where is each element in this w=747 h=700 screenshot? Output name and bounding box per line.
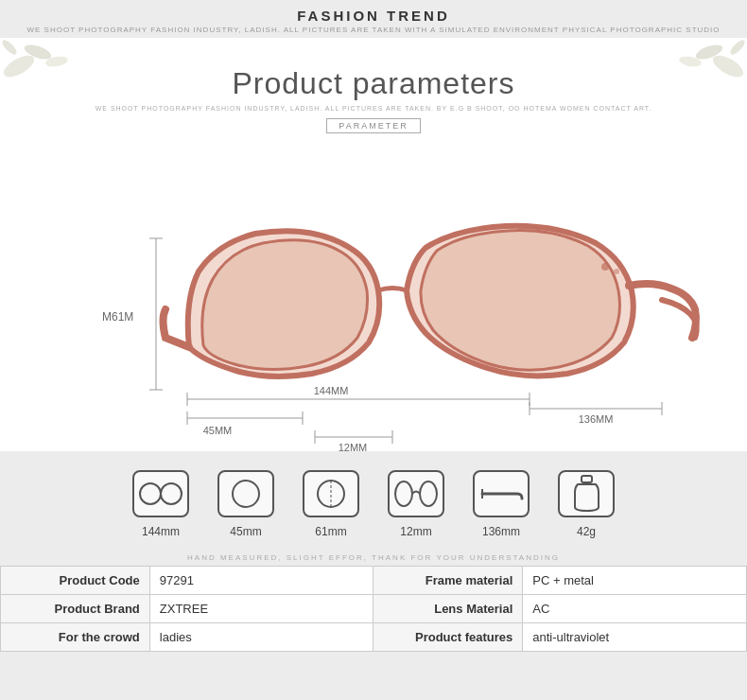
icon-item-42g: 42g — [558, 470, 615, 538]
deco-top-right — [634, 38, 747, 95]
value-product-code: 97291 — [149, 567, 374, 595]
svg-rect-40 — [582, 476, 592, 482]
svg-text:136MM: 136MM — [579, 413, 614, 425]
svg-point-7 — [728, 38, 747, 57]
svg-text:144MM: 144MM — [314, 385, 349, 396]
svg-point-31 — [140, 483, 161, 504]
icon-label-136mm: 136mm — [482, 525, 520, 538]
icons-row: 144mm 45mm 61mm — [0, 451, 747, 548]
svg-point-30 — [614, 269, 619, 274]
svg-text:M61M: M61M — [102, 310, 133, 324]
svg-point-0 — [0, 51, 37, 81]
icon-136mm — [473, 470, 530, 517]
svg-point-38 — [420, 481, 437, 506]
svg-point-3 — [0, 38, 19, 57]
label-product-features: Product features — [374, 623, 523, 652]
value-product-brand: ZXTREE — [149, 595, 374, 623]
icon-label-45mm: 45mm — [230, 525, 261, 538]
svg-point-4 — [709, 51, 746, 81]
icon-12mm — [388, 470, 444, 517]
value-product-features: anti-ultraviolet — [523, 623, 747, 652]
icon-item-61mm: 61mm — [303, 470, 359, 538]
icon-item-12mm: 12mm — [388, 470, 444, 538]
icon-61mm — [303, 470, 359, 517]
section-subtitle: WE SHOOT PHOTOGRAPHY FASHION INDUSTRY, L… — [0, 105, 747, 112]
icon-label-61mm: 61mm — [315, 525, 346, 538]
page-wrapper: FASHION TREND WE SHOOT PHOTOGRAPHY FASHI… — [0, 0, 747, 700]
label-product-brand: Product Brand — [1, 595, 150, 623]
diagram-area: M61M 144MM 45MM 12MM — [0, 139, 747, 451]
label-frame-material: Frame material — [374, 567, 523, 595]
svg-point-34 — [233, 481, 259, 507]
svg-text:45MM: 45MM — [203, 425, 233, 436]
label-product-code: Product Code — [1, 567, 150, 595]
parameter-badge: PARAMETER — [326, 118, 420, 133]
table-row: Product Brand ZXTREE Lens Material AC — [1, 595, 747, 623]
glasses-diagram: M61M 144MM 45MM 12MM — [0, 139, 747, 451]
svg-point-37 — [395, 481, 412, 506]
table-row: For the crowd ladies Product features an… — [1, 623, 747, 652]
svg-text:12MM: 12MM — [339, 442, 368, 451]
svg-point-32 — [161, 483, 182, 504]
icon-item-136mm: 136mm — [473, 470, 530, 538]
value-lens-material: AC — [523, 595, 747, 623]
label-for-crowd: For the crowd — [1, 623, 150, 652]
svg-point-29 — [601, 263, 609, 271]
value-for-crowd: ladies — [149, 623, 374, 652]
icon-42g — [558, 470, 615, 517]
icon-item-45mm: 45mm — [217, 470, 274, 538]
deco-top-left — [0, 38, 113, 95]
icon-label-144mm: 144mm — [142, 525, 180, 538]
icon-label-12mm: 12mm — [400, 525, 431, 538]
icon-item-144mm: 144mm — [132, 470, 189, 538]
icon-45mm — [217, 470, 274, 517]
header: FASHION TREND WE SHOOT PHOTOGRAPHY FASHI… — [0, 0, 747, 38]
measurement-note: HAND MEASURED, SLIGHT EFFOR, THANK FOR Y… — [0, 548, 747, 566]
header-title: FASHION TREND — [0, 8, 747, 24]
icon-label-42g: 42g — [577, 525, 596, 538]
table-row: Product Code 97291 Frame material PC + m… — [1, 567, 747, 595]
header-subtitle: WE SHOOT PHOTOGRAPHY FASHION INDUSTRY, L… — [0, 26, 747, 34]
svg-point-35 — [318, 481, 344, 507]
value-frame-material: PC + metal — [523, 567, 747, 595]
specs-table: Product Code 97291 Frame material PC + m… — [0, 566, 747, 652]
icon-144mm — [132, 470, 189, 517]
label-lens-material: Lens Material — [374, 595, 523, 623]
